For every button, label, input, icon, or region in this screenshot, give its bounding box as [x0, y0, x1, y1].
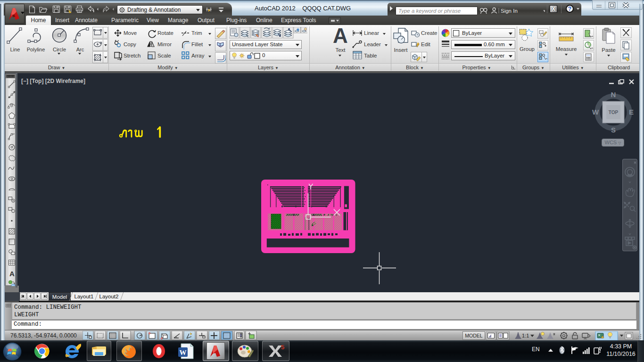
svg-text:1:1: 1:1: [522, 333, 529, 338]
svg-text:E: E: [629, 108, 634, 116]
svg-text:5: 5: [281, 344, 284, 351]
svg-text:Sign In: Sign In: [501, 8, 518, 14]
svg-text:W: W: [592, 108, 599, 116]
svg-text:A: A: [9, 270, 15, 278]
svg-text:N: N: [611, 90, 616, 99]
svg-text:TOP: TOP: [609, 110, 619, 115]
svg-text:S: S: [611, 126, 616, 134]
svg-text:W: W: [180, 349, 187, 356]
